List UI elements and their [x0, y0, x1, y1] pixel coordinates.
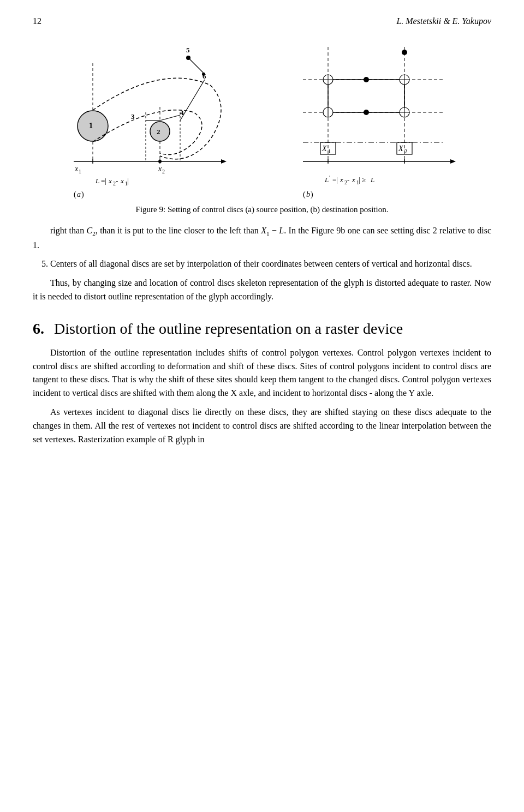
section-heading: 6. Distortion of the outline representat…	[33, 320, 491, 338]
page-header: 12 L. Mestetskii & E. Yakupov	[33, 16, 491, 26]
svg-text:X: X	[321, 145, 327, 153]
section-title: Distortion of the outline representation…	[54, 320, 403, 338]
svg-line-31	[160, 115, 180, 121]
svg-text:b: b	[306, 190, 310, 199]
section-number: 6.	[33, 320, 44, 338]
svg-point-64	[402, 50, 407, 55]
paragraph-1: right than C2, than it is put to the lin…	[33, 224, 491, 252]
svg-text:2: 2	[157, 128, 160, 136]
svg-text:=|: =|	[332, 176, 338, 184]
section-paragraph-1: Distortion of the outline representation…	[33, 346, 491, 400]
svg-text:5: 5	[186, 46, 190, 54]
page-number: 12	[33, 16, 41, 26]
figure-b: X 1 X 2 L ′ =| x 2 - x 1 | ≥ L ( b )	[292, 36, 461, 200]
svg-text:|: |	[127, 177, 129, 185]
svg-text:-: -	[347, 176, 349, 184]
svg-text:′: ′	[329, 174, 330, 181]
paragraph-2: 5. Centers of all diagonal discs are set…	[33, 257, 491, 271]
svg-text:| ≥: | ≥	[359, 176, 366, 184]
page-author: L. Mestetskii & E. Yakupov	[396, 16, 491, 26]
svg-point-37	[202, 73, 205, 76]
svg-point-74	[364, 110, 369, 115]
svg-text:): )	[81, 190, 84, 199]
svg-text:x: x	[74, 165, 79, 173]
figure-a-svg: x 1 x 2 L =| x 2 - x 1 | ( a ) 1	[63, 36, 232, 200]
svg-text:1: 1	[328, 148, 331, 154]
svg-text:2: 2	[162, 169, 165, 175]
svg-text:(: (	[74, 190, 76, 199]
svg-marker-39	[450, 159, 456, 164]
svg-text:x: x	[120, 177, 124, 185]
svg-text:-: -	[116, 177, 118, 185]
svg-text:3: 3	[131, 112, 135, 121]
svg-rect-63	[328, 80, 404, 112]
svg-text:1: 1	[89, 122, 93, 130]
svg-point-34	[158, 160, 162, 163]
section-paragraph-2: As vertexes incident to diagonal discs l…	[33, 406, 491, 446]
figure-b-svg: X 1 X 2 L ′ =| x 2 - x 1 | ≥ L ( b )	[292, 36, 461, 200]
svg-line-35	[180, 80, 205, 121]
svg-text:a: a	[77, 190, 81, 199]
svg-text:L: L	[370, 176, 374, 184]
svg-text:x: x	[352, 176, 355, 184]
svg-text:L: L	[95, 177, 99, 185]
svg-text:X: X	[398, 145, 403, 153]
svg-text:L: L	[324, 176, 329, 184]
svg-text:x: x	[158, 165, 162, 173]
figure-caption: Figure 9: Setting of control discs (a) s…	[33, 205, 491, 214]
svg-text:2: 2	[404, 148, 407, 154]
svg-text:=|: =|	[101, 177, 106, 185]
paragraph-3: Thus, by changing size and location of c…	[33, 276, 491, 304]
svg-point-77	[364, 77, 369, 82]
svg-text:): )	[311, 190, 313, 199]
figure-a: x 1 x 2 L =| x 2 - x 1 | ( a ) 1	[63, 36, 232, 200]
svg-line-36	[188, 58, 204, 73]
svg-text:x: x	[340, 176, 343, 184]
figures-row: x 1 x 2 L =| x 2 - x 1 | ( a ) 1	[33, 36, 491, 200]
svg-text:1: 1	[79, 169, 81, 175]
svg-point-19	[78, 111, 108, 141]
svg-marker-1	[221, 159, 227, 164]
svg-text:(: (	[303, 190, 306, 199]
svg-text:x: x	[108, 177, 112, 185]
